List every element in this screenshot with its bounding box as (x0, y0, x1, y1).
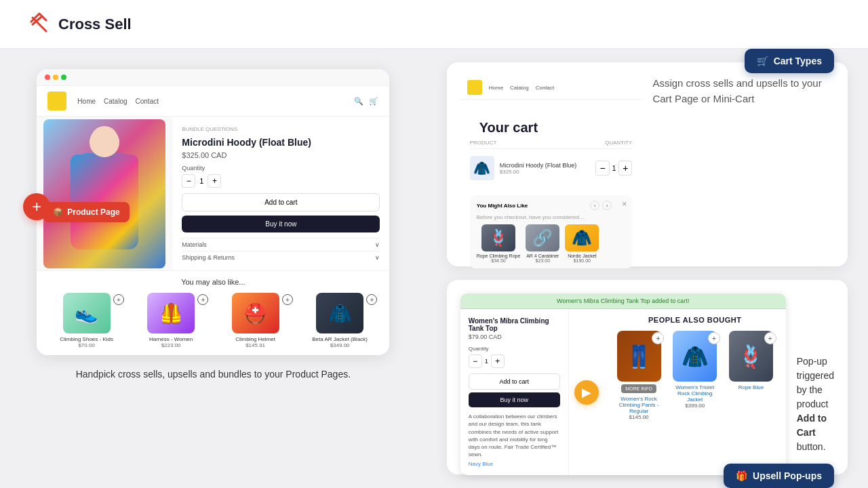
nav-catalog[interactable]: Catalog (104, 98, 127, 105)
you-might-like-title: You Might Also Like (477, 203, 528, 209)
add-to-cart-button[interactable]: Add to cart (182, 193, 380, 211)
pab-add-2[interactable]: + (708, 332, 720, 344)
nav-home[interactable]: Home (77, 98, 96, 105)
carousel-next[interactable]: › (602, 201, 612, 210)
suggestion-name-2: AR 4 Carabiner (526, 253, 559, 258)
cart-types-icon: 🛒 (757, 56, 768, 66)
product-breadcrumb: BUNDLE QUESTIONS (182, 126, 380, 132)
recommendations-section: You may also like... + 👟 Climbing Shoes … (37, 270, 389, 355)
accordion-shipping[interactable]: Shipping & Returns ∨ (182, 251, 380, 261)
carousel-arrows: ‹ › (590, 201, 612, 210)
plus-button-left[interactable]: + (23, 193, 50, 220)
rec-items-list: + 👟 Climbing Shoes - Kids $70.00 + (47, 293, 378, 348)
pab-items-list: + 👖 MORE INFO Women's Rock Climbing Pant… (614, 331, 776, 420)
qty-increase[interactable]: + (208, 174, 221, 188)
cart-page-content: Your cart PRODUCT QUANTITY 🧥 Microdini H… (460, 105, 642, 190)
mini-nav-contact[interactable]: Contact (536, 85, 555, 91)
pab-name-1: Women's Rock Climbing Pants - Regular (614, 396, 665, 414)
cart-icon[interactable]: 🛒 (369, 97, 378, 106)
table-row: 🧥 Microdini Hoody (Float Blue) $325.00 −… (470, 153, 633, 183)
cart-types-badge: 🛒 Cart Types (745, 49, 834, 73)
upsell-qty-controls: − 1 + (469, 354, 560, 368)
rec-item-add-4[interactable]: + (366, 294, 377, 305)
before-checkout-text: Before you checkout, have you considered… (477, 214, 626, 220)
cart-table-header: PRODUCT QUANTITY (470, 140, 633, 149)
accordion-materials[interactable]: Materials ∨ (182, 238, 380, 248)
list-item: + ⛑️ Climbing Helmet $145.91 (216, 293, 294, 348)
more-info-button-1[interactable]: MORE INFO (621, 384, 656, 393)
mini-nav-catalog[interactable]: Catalog (510, 85, 529, 91)
pab-title: PEOPLE ALSO BOUGHT (614, 316, 776, 324)
next-arrow-button[interactable]: ▶ (574, 380, 599, 405)
qty-value: 1 (199, 177, 203, 185)
cart-row-info: Microdini Hoody (Float Blue) $325.00 (500, 162, 591, 175)
product-details: BUNDLE QUESTIONS Microdini Hoody (Float … (172, 117, 389, 270)
upsell-ui: Women's Mibra Climbing Tank Top added to… (460, 293, 786, 475)
upsell-label: Upsell Pop-ups (753, 470, 822, 481)
upsell-arrow-area: ▶ (569, 309, 604, 475)
product-page-label: Product Page (67, 207, 119, 217)
product-page-badge: 📦 Product Page (43, 202, 129, 222)
product-image-area (37, 117, 172, 270)
mini-store-nav: Home Catalog Contact (460, 76, 642, 100)
mini-nav-home[interactable]: Home (489, 85, 503, 91)
cart-section-description: Assign cross sells and upsells to your C… (652, 76, 834, 106)
dot-red (45, 75, 50, 80)
recommendations-title: You may also like... (47, 278, 378, 286)
rec-item-add-2[interactable]: + (197, 294, 208, 305)
carousel-prev[interactable]: ‹ (590, 201, 599, 210)
cart-row-price: $325.00 (500, 169, 591, 175)
upsell-qty-minus[interactable]: − (469, 354, 482, 368)
col-quantity: QUANTITY (578, 140, 633, 146)
product-accordions: Materials ∨ Shipping & Returns ∨ (182, 238, 380, 261)
browser-dots (45, 75, 66, 80)
buy-now-button[interactable]: Buy it now (182, 216, 380, 232)
brand-name: Cross Sell (58, 16, 132, 33)
suggestion-price-1: $34.50 (477, 258, 521, 263)
upsell-icon: 🎁 (736, 470, 747, 481)
nav-contact[interactable]: Contact (136, 98, 159, 105)
left-panel: 📦 Product Page + (0, 49, 427, 488)
suggestion-items: 🪢 Rope Climbing Rope $34.50 🔗 AR 4 Carab… (477, 224, 626, 263)
upsell-product-color: Navy Blue (469, 461, 560, 467)
upsell-section-description: Pop-up triggered by the product Add to C… (797, 354, 834, 461)
cart-types-label: Cart Types (774, 56, 822, 66)
store-logo (47, 92, 66, 110)
brand-logo-icon (27, 12, 52, 37)
you-might-like-close[interactable]: × (622, 199, 627, 209)
list-item: 🧥 Nordic Jacket $190.00 (565, 224, 599, 263)
accordion-materials-label: Materials (182, 241, 207, 248)
cart-qty-plus[interactable]: + (618, 161, 632, 176)
product-page-icon: 📦 (53, 207, 63, 217)
cart-row-image: 🧥 (470, 156, 494, 180)
rec-item-img-2: 🦺 (147, 293, 195, 333)
accordion-materials-chevron: ∨ (375, 241, 380, 248)
pab-add-3[interactable]: + (764, 332, 776, 344)
upsell-qty-plus[interactable]: + (491, 354, 505, 368)
upsell-add-cart-button[interactable]: Add to cart (469, 373, 560, 390)
product-content: BUNDLE QUESTIONS Microdini Hoody (Float … (37, 117, 389, 270)
store-nav-links: Home Catalog Contact (77, 98, 159, 105)
pab-add-1[interactable]: + (652, 332, 664, 344)
qty-decrease[interactable]: − (182, 174, 195, 188)
cart-qty-val: 1 (612, 165, 616, 172)
rec-item-name-1: Climbing Shoes - Kids (47, 336, 125, 342)
list-item: + 🧥 Beta AR Jacket (Black) $349.00 (301, 293, 379, 348)
list-item: + 👟 Climbing Shoes - Kids $70.00 (47, 293, 125, 348)
rec-item-add-3[interactable]: + (282, 294, 293, 305)
quantity-controls: − 1 + (182, 174, 380, 188)
pab-price-2: $399.00 (669, 403, 720, 409)
mini-store-logo (467, 80, 482, 95)
success-banner: Women's Mibra Climbing Tank Top added to… (460, 293, 786, 309)
rec-item-price-3: $145.91 (216, 342, 294, 348)
search-icon[interactable]: 🔍 (354, 97, 363, 106)
cart-qty-minus[interactable]: − (595, 161, 609, 176)
upsell-desc-text: Pop-up triggered by the product (797, 356, 834, 409)
upsell-qty-label: Quantity (469, 346, 560, 352)
store-nav: Home Catalog Contact 🔍 🛒 (37, 86, 389, 117)
mini-store-nav-links: Home Catalog Contact (489, 85, 555, 91)
rec-item-add-1[interactable]: + (113, 294, 124, 305)
rec-item-img-4: 🧥 (316, 293, 363, 333)
upsell-product-price: $79.00 CAD (469, 333, 560, 340)
upsell-buy-now-button[interactable]: Buy it now (469, 392, 560, 407)
